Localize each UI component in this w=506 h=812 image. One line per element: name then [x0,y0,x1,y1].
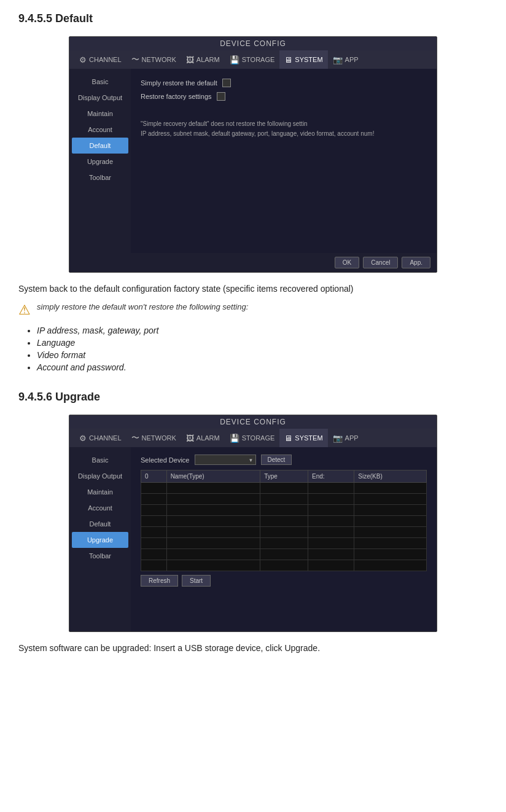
storage-icon-1: 💾 [230,55,239,64]
device-config-panel-2: DEVICE CONFIG ⚙ CHANNEL 〜 NETWORK 🖼 ALAR… [69,415,437,632]
restore-row-1: Simply restore the default [141,79,427,87]
storage-icon-2: 💾 [230,434,239,443]
nav-network-1[interactable]: 〜 NETWORK [126,50,181,69]
nav-channel-2[interactable]: ⚙ CHANNEL [74,429,126,447]
table-row [141,527,427,538]
device-config-panel-1: DEVICE CONFIG ⚙ CHANNEL 〜 NETWORK 🖼 ALAR… [69,36,437,273]
sidebar-toolbar-1[interactable]: Toolbar [69,170,131,185]
col-type: Type [260,470,308,483]
restore-default-checkbox[interactable] [222,79,231,87]
panel1-footer: OK Cancel App. [69,253,437,272]
col-size: Size(KB) [354,470,427,483]
nav-storage-1[interactable]: 💾 STORAGE [225,50,280,69]
device-select[interactable] [195,455,256,465]
section2-title: 9.4.5.6 Upgrade [18,391,488,404]
nav-channel-1[interactable]: ⚙ CHANNEL [74,50,126,69]
bullet-list-1: IP address, mask, gateway, port Language… [37,326,488,372]
panel2-title: DEVICE CONFIG [69,415,437,429]
device-select-wrapper[interactable] [195,455,256,465]
sidebar-account-2[interactable]: Account [69,500,131,516]
sidebar-account-1[interactable]: Account [69,122,131,138]
warning-icon: ⚠ [18,303,31,317]
channel-icon-1: ⚙ [79,55,87,64]
ok-button-1[interactable]: OK [335,257,359,268]
upgrade-footer: Refresh Start [141,571,427,587]
sidebar-display-output-1[interactable]: Display Output [69,90,131,106]
nav-app-2[interactable]: 📷 APP [328,429,364,447]
bullet-1: IP address, mask, gateway, port [37,326,488,335]
network-icon-1: 〜 [131,54,139,65]
detect-button[interactable]: Detect [261,455,292,465]
panel2-sidebar: Basic Display Output Maintain Account De… [69,447,131,631]
panel1-note: "Simple recovery default" does not resto… [141,119,427,139]
panel2-nav: ⚙ CHANNEL 〜 NETWORK 🖼 ALARM 💾 STORAGE 🖥 … [69,429,437,447]
file-table: 0 Name(Type) Type End: Size(KB) [141,470,427,571]
restore-default-label: Simply restore the default [141,79,217,87]
nav-alarm-1[interactable]: 🖼 ALARM [181,50,225,69]
restore-row-2: Restore factory settings [141,92,427,101]
app-button-1[interactable]: App. [402,257,430,268]
system-icon-1: 🖥 [284,55,292,64]
panel1-nav: ⚙ CHANNEL 〜 NETWORK 🖼 ALARM 💾 STORAGE 🖥 … [69,50,437,69]
sidebar-basic-2[interactable]: Basic [69,452,131,468]
selected-device-label: Selected Device [141,456,190,464]
alarm-icon-2: 🖼 [186,434,194,443]
table-row [141,516,427,527]
warning-row: ⚠ simply restore the default won't resto… [18,302,488,317]
file-table-head: 0 Name(Type) Type End: Size(KB) [141,470,427,483]
bullet-3: Video format [37,350,488,360]
panel2-body: Basic Display Output Maintain Account De… [69,447,437,631]
sidebar-maintain-1[interactable]: Maintain [69,106,131,122]
col-index: 0 [141,470,167,483]
sidebar-upgrade-2[interactable]: Upgrade [72,532,128,548]
panel1-content: Simply restore the default Restore facto… [131,69,437,253]
sidebar-upgrade-1[interactable]: Upgrade [69,154,131,170]
sidebar-basic-1[interactable]: Basic [69,74,131,90]
sidebar-default-2[interactable]: Default [69,516,131,532]
panel1-body: Basic Display Output Maintain Account De… [69,69,437,253]
table-row [141,549,427,560]
file-table-body [141,483,427,571]
refresh-button[interactable]: Refresh [141,575,178,587]
sidebar-display-output-2[interactable]: Display Output [69,468,131,484]
table-row [141,538,427,549]
section1-body-text: System back to the default configuration… [18,284,488,294]
cancel-button-1[interactable]: Cancel [363,257,398,268]
section-default: 9.4.5.5 Default DEVICE CONFIG ⚙ CHANNEL … [18,12,488,372]
section1-title: 9.4.5.5 Default [18,12,488,25]
network-icon-2: 〜 [131,432,139,443]
restore-factory-label: Restore factory settings [141,93,212,100]
panel1-sidebar: Basic Display Output Maintain Account De… [69,69,131,253]
table-row [141,494,427,505]
col-end: End: [308,470,354,483]
nav-alarm-2[interactable]: 🖼 ALARM [181,429,225,447]
restore-factory-checkbox[interactable] [217,92,225,101]
nav-system-1[interactable]: 🖥 SYSTEM [279,50,327,69]
start-button[interactable]: Start [182,575,211,587]
table-row [141,505,427,516]
file-table-header-row: 0 Name(Type) Type End: Size(KB) [141,470,427,483]
nav-app-1[interactable]: 📷 APP [328,50,364,69]
sidebar-maintain-2[interactable]: Maintain [69,484,131,500]
panel1-title: DEVICE CONFIG [69,37,437,50]
section2-bottom-text: System software can be upgraded: Insert … [18,643,488,653]
alarm-icon-1: 🖼 [186,55,194,64]
bullet-2: Language [37,338,488,348]
channel-icon-2: ⚙ [79,434,87,443]
table-row [141,560,427,571]
app-icon-1: 📷 [333,55,343,64]
col-name: Name(Type) [166,470,260,483]
nav-network-2[interactable]: 〜 NETWORK [126,429,181,447]
selected-device-row: Selected Device Detect [141,455,427,465]
sidebar-default-1[interactable]: Default [72,138,128,154]
panel2-content: Selected Device Detect 0 Name(Type) Type [131,447,437,631]
app-icon-2: 📷 [333,434,343,443]
section-upgrade: 9.4.5.6 Upgrade DEVICE CONFIG ⚙ CHANNEL … [18,391,488,653]
bullet-4: Account and password. [37,362,488,372]
sidebar-toolbar-2[interactable]: Toolbar [69,548,131,564]
table-row [141,483,427,494]
nav-storage-2[interactable]: 💾 STORAGE [225,429,280,447]
warning-text: simply restore the default won't restore… [37,302,248,311]
system-icon-2: 🖥 [284,434,292,443]
nav-system-2[interactable]: 🖥 SYSTEM [279,429,327,447]
